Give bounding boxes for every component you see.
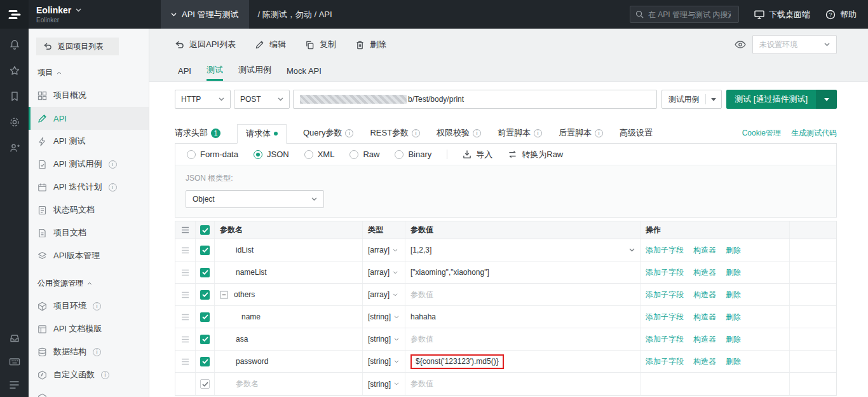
- param-type-select[interactable]: [array]: [363, 239, 405, 261]
- radio-form-data[interactable]: Form-data: [187, 150, 238, 159]
- eolinker-logo[interactable]: [0, 0, 29, 29]
- delete-row-link[interactable]: 删除: [726, 289, 741, 300]
- drag-handle-icon[interactable]: [181, 358, 189, 365]
- param-type-select[interactable]: [array]: [363, 284, 405, 305]
- param-name-cell[interactable]: asa: [215, 328, 363, 350]
- tab-testcase[interactable]: 测试用例: [238, 64, 271, 81]
- builder-link[interactable]: 构造器: [693, 245, 716, 256]
- param-name-cell[interactable]: others: [215, 284, 363, 305]
- param-name-cell[interactable]: 参数名: [215, 373, 363, 395]
- delete-row-link[interactable]: 删除: [726, 312, 741, 323]
- keyboard-icon[interactable]: [9, 357, 20, 366]
- sidebar-item-custom-function[interactable]: 自定义函数: [29, 363, 149, 386]
- caret-down-icon[interactable]: [706, 98, 721, 101]
- chevron-down-icon[interactable]: [629, 248, 635, 252]
- favorites-star-icon[interactable]: [9, 65, 20, 76]
- info-icon[interactable]: [109, 160, 117, 169]
- param-type-select[interactable]: [string]: [363, 373, 405, 395]
- global-search[interactable]: [630, 6, 739, 23]
- param-type-select[interactable]: [string]: [363, 306, 405, 328]
- param-checkbox[interactable]: [200, 357, 210, 366]
- builder-link[interactable]: 构造器: [693, 289, 716, 300]
- param-name-cell[interactable]: password: [215, 351, 363, 372]
- tab-rest-params[interactable]: REST参数: [370, 127, 420, 143]
- param-checkbox[interactable]: [200, 379, 210, 389]
- param-value-cell[interactable]: 参数值: [405, 328, 641, 350]
- param-checkbox[interactable]: [200, 268, 210, 277]
- add-child-field-link[interactable]: 添加子字段: [646, 312, 684, 323]
- sidebar-item-api[interactable]: API: [29, 107, 149, 130]
- tab-mock-api[interactable]: Mock API: [287, 66, 322, 81]
- radio-raw[interactable]: Raw: [349, 150, 379, 159]
- environment-select[interactable]: 未设置环境: [752, 35, 837, 54]
- add-child-field-link[interactable]: 添加子字段: [646, 267, 684, 278]
- copy-button[interactable]: 复制: [305, 39, 336, 50]
- add-child-field-link[interactable]: 添加子字段: [646, 245, 684, 256]
- generate-test-code-link[interactable]: 生成测试代码: [791, 128, 837, 139]
- tab-pre-script[interactable]: 前置脚本: [498, 127, 542, 143]
- param-checkbox[interactable]: [200, 290, 210, 300]
- add-child-field-link[interactable]: 添加子字段: [646, 334, 684, 345]
- drag-handle-icon[interactable]: [181, 247, 189, 254]
- convert-to-raw-button[interactable]: 转换为Raw: [508, 149, 563, 160]
- sidebar-item-partial[interactable]: [29, 386, 149, 397]
- param-checkbox[interactable]: [200, 312, 210, 322]
- param-value-cell[interactable]: hahaha: [405, 306, 641, 328]
- delete-row-link[interactable]: 删除: [726, 356, 741, 367]
- sidebar-section-project[interactable]: 项目: [29, 58, 149, 84]
- param-value-cell[interactable]: ["xiaoming","xiaohong"]: [405, 261, 641, 283]
- param-name-cell[interactable]: nameList: [215, 261, 363, 283]
- sidebar-item-project-env[interactable]: 项目环境: [29, 295, 149, 317]
- settings-gear-icon[interactable]: [9, 116, 20, 128]
- search-input[interactable]: [648, 10, 731, 19]
- builder-link[interactable]: 构造器: [693, 267, 716, 278]
- param-type-select[interactable]: [array]: [363, 261, 405, 283]
- back-to-projects-button[interactable]: 返回项目列表: [36, 38, 119, 55]
- info-icon[interactable]: [93, 348, 101, 356]
- collapse-minus-icon[interactable]: [220, 291, 228, 299]
- info-icon[interactable]: [109, 183, 117, 192]
- tab-post-script[interactable]: 后置脚本: [559, 127, 603, 143]
- sidebar-item-project-overview[interactable]: 项目概况: [29, 84, 149, 107]
- param-checkbox[interactable]: [200, 335, 210, 344]
- param-type-select[interactable]: [string]: [363, 328, 405, 350]
- notification-bell-icon[interactable]: [9, 39, 20, 50]
- param-value-cell[interactable]: 参数值: [405, 284, 641, 305]
- tab-auth[interactable]: 权限校验: [437, 127, 481, 143]
- delete-button[interactable]: 删除: [355, 39, 386, 50]
- bookmark-icon[interactable]: [10, 91, 20, 102]
- builder-link[interactable]: 构造器: [693, 312, 716, 323]
- inbox-icon[interactable]: [9, 333, 20, 343]
- eye-icon[interactable]: [735, 41, 746, 48]
- protocol-select[interactable]: HTTP: [175, 90, 231, 109]
- param-name-cell[interactable]: idList: [215, 239, 363, 261]
- radio-xml[interactable]: XML: [304, 150, 335, 159]
- delete-row-link[interactable]: 删除: [726, 267, 741, 278]
- sidebar-item-api-version[interactable]: API版本管理: [29, 244, 149, 267]
- radio-json[interactable]: JSON: [254, 150, 289, 159]
- delete-row-link[interactable]: 删除: [726, 334, 741, 345]
- sidebar-item-api-doc-template[interactable]: API 文档模版: [29, 317, 149, 340]
- tab-advanced-settings[interactable]: 高级设置: [620, 127, 653, 143]
- tab-request-headers[interactable]: 请求头部 1: [175, 127, 220, 143]
- builder-link[interactable]: 构造器: [693, 334, 716, 345]
- workspace-switcher[interactable]: Eolinker Eolinker: [36, 5, 161, 24]
- sidebar-item-api-iteration-plan[interactable]: API 迭代计划: [29, 176, 149, 198]
- drag-handle-icon[interactable]: [181, 291, 189, 298]
- sidebar-item-api-testcase[interactable]: API 测试用例: [29, 153, 149, 176]
- drag-handle-icon[interactable]: [181, 314, 189, 321]
- add-child-field-link[interactable]: 添加子字段: [646, 289, 684, 300]
- param-name-cell[interactable]: name: [215, 306, 363, 328]
- sidebar-item-status-code-doc[interactable]: 状态码文档: [29, 198, 149, 221]
- delete-row-link[interactable]: 删除: [726, 245, 741, 256]
- sidebar-item-api-test[interactable]: API 测试: [29, 130, 149, 153]
- product-switcher[interactable]: API 管理与测试: [161, 0, 249, 29]
- builder-link[interactable]: 构造器: [693, 356, 716, 367]
- drag-handle-icon[interactable]: [181, 269, 189, 276]
- tab-request-body[interactable]: 请求体: [237, 124, 287, 144]
- param-value-cell[interactable]: 参数值: [405, 373, 641, 395]
- download-desktop-button[interactable]: 下载桌面端: [754, 9, 810, 20]
- param-checkbox[interactable]: [200, 246, 210, 255]
- tab-test[interactable]: 测试: [207, 64, 223, 81]
- cookie-manage-link[interactable]: Cookie管理: [742, 128, 781, 139]
